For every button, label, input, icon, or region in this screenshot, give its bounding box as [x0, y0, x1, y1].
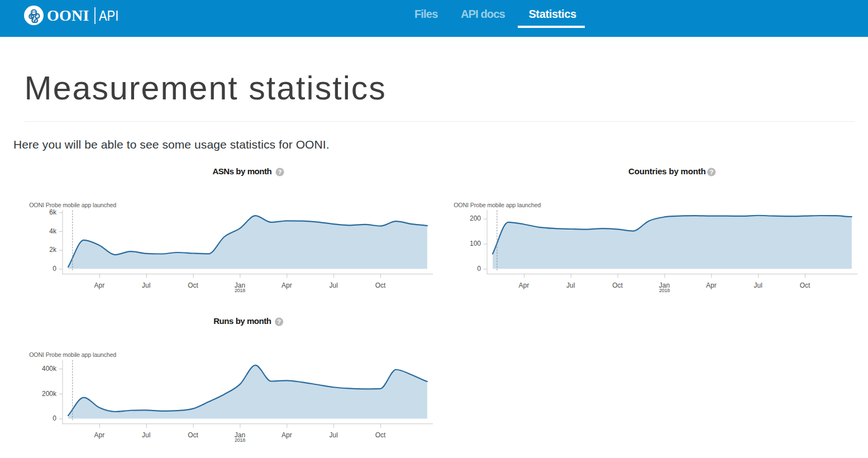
svg-text:Countries by month: Countries by month: [628, 166, 705, 176]
svg-text:2k: 2k: [49, 246, 57, 254]
svg-text:OONI Probe mobile app launched: OONI Probe mobile app launched: [29, 351, 116, 358]
svg-text:0: 0: [477, 265, 481, 273]
svg-text:Apr: Apr: [94, 431, 105, 439]
svg-text:Oct: Oct: [375, 431, 386, 439]
svg-text:200k: 200k: [42, 390, 57, 398]
svg-text:Jul: Jul: [329, 282, 337, 289]
svg-text:0: 0: [53, 414, 56, 422]
svg-text:6k: 6k: [49, 208, 57, 216]
svg-text:Oct: Oct: [800, 282, 810, 289]
svg-text:2018: 2018: [659, 288, 670, 293]
svg-text:0: 0: [53, 265, 56, 273]
svg-text:Jul: Jul: [142, 282, 150, 289]
svg-text:Oct: Oct: [375, 282, 386, 289]
svg-text:?: ?: [709, 169, 713, 175]
svg-text:Apr: Apr: [282, 282, 292, 289]
svg-text:2018: 2018: [235, 437, 245, 443]
svg-text:Apr: Apr: [706, 282, 717, 289]
svg-text:200: 200: [470, 214, 481, 222]
svg-text:Apr: Apr: [94, 282, 105, 289]
svg-text:Oct: Oct: [188, 431, 198, 439]
svg-text:Jul: Jul: [329, 431, 337, 439]
svg-text:Jul: Jul: [753, 282, 762, 289]
svg-text:Oct: Oct: [188, 282, 198, 289]
svg-text:?: ?: [277, 318, 281, 325]
svg-text:OONI Probe mobile app launched: OONI Probe mobile app launched: [29, 202, 116, 208]
svg-text:Jul: Jul: [566, 282, 575, 289]
svg-text:?: ?: [278, 169, 282, 175]
svg-text:Apr: Apr: [519, 282, 530, 289]
svg-text:100: 100: [470, 240, 481, 247]
svg-text:Jul: Jul: [142, 431, 150, 439]
svg-text:ASNs by month: ASNs by month: [212, 166, 271, 176]
svg-text:Oct: Oct: [612, 282, 623, 289]
svg-text:400k: 400k: [42, 365, 57, 373]
svg-text:Apr: Apr: [282, 431, 292, 439]
svg-text:Runs by month: Runs by month: [213, 316, 271, 326]
svg-text:2018: 2018: [235, 288, 245, 293]
svg-text:OONI Probe mobile app launched: OONI Probe mobile app launched: [454, 202, 541, 208]
svg-text:4k: 4k: [49, 227, 57, 235]
